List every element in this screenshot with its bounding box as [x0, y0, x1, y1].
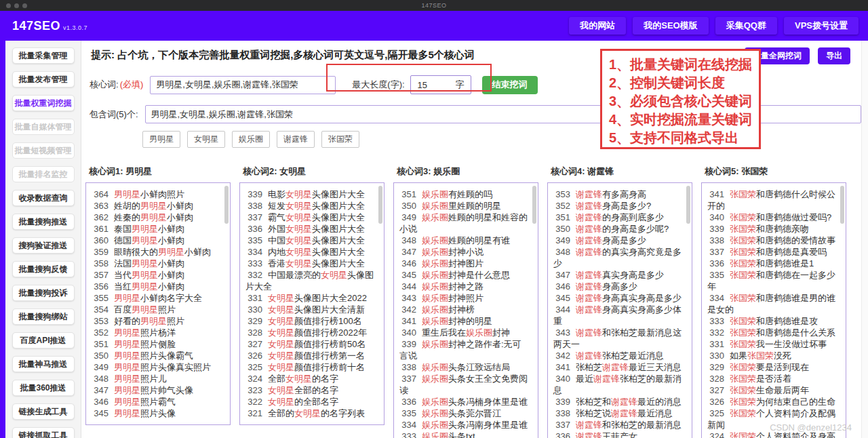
column-header-1: 核心词2: 女明星: [243, 165, 384, 178]
keyword-suffix: 头条冯楠身体里是谁: [448, 397, 528, 407]
list-scrollbar-thumb[interactable]: [378, 186, 382, 224]
list-scrollbar-thumb[interactable]: [686, 186, 690, 224]
list-scrollbar-thumb[interactable]: [840, 186, 844, 224]
keyword-row: 343娱乐圈封神照片: [399, 292, 530, 304]
sidebar-item-7[interactable]: 批量搜狗推送: [12, 214, 75, 230]
keyword-highlight: 男明星: [132, 304, 158, 315]
keyword-tag-3[interactable]: 谢霆锋: [277, 131, 315, 148]
keyword-suffix: 照片儿: [140, 374, 167, 384]
keyword-row: 341娱乐圈封神的明星: [399, 315, 530, 327]
column-header-2: 核心词3: 娱乐圈: [397, 165, 538, 178]
keyword-row: 333娱乐圈头条txt: [399, 431, 530, 438]
keyword-row: 327张国荣生命最后两年: [707, 384, 837, 396]
sidebar-item-16[interactable]: 链接抓取工具: [12, 427, 75, 438]
keyword-suffix: 封神照片: [448, 293, 484, 303]
keyword-suffix: 身高真实身高多少体重: [553, 304, 682, 326]
keyword-row: 340张国荣和唐鹤德做过爱吗?: [707, 212, 837, 223]
app-logo: 147SEO v1.3.0.7: [12, 19, 87, 33]
header-nav-item-3[interactable]: VPS拨号设置: [784, 17, 859, 35]
sidebar-item-0[interactable]: 批量采集管理: [12, 47, 75, 64]
keyword-highlight: 男明星: [114, 327, 140, 338]
keyword-highlight: 张国荣: [730, 258, 756, 268]
sidebar-item-2[interactable]: 批量权重词挖掘: [12, 95, 75, 111]
keyword-highlight: 娱乐圈: [422, 374, 448, 384]
keyword-highlight: 娱乐圈: [422, 339, 448, 349]
window-titlebar: 147SEO: [0, 0, 868, 11]
keyword-highlight: 男明星: [114, 374, 140, 384]
sidebar-item-11[interactable]: 批量搜狗绑站: [12, 308, 75, 325]
keyword-row: 322女明星的全部名字: [245, 396, 376, 407]
keyword-row: 333香港女明星头像图片大全: [245, 258, 376, 269]
keyword-row: 326张国荣为何结束自己的生命: [707, 396, 837, 407]
keyword-highlight: 男明星: [158, 247, 184, 257]
keyword-prefix: 全部的: [268, 408, 294, 418]
keyword-row: 335张国荣和唐鹤德在一起多少年: [707, 269, 837, 292]
keyword-suffix: 照片头像霸气: [140, 351, 193, 361]
sidebar-item-15[interactable]: 链接生成工具: [12, 403, 75, 420]
header-nav-item-2[interactable]: 采集QQ群: [715, 17, 777, 35]
column-list-4[interactable]: 341张国荣和唐鹤德什么时候公开的340张国荣和唐鹤德做过爱吗?339张国荣和唐…: [701, 182, 846, 438]
keyword-prefix: 张柏芝: [576, 362, 602, 372]
sidebar-item-9[interactable]: 批量搜狗反馈: [12, 261, 75, 277]
column-list-3[interactable]: 353谢霆锋有多高身高352谢霆锋身高是多少?351谢霆锋的身高到底多少350谢…: [547, 182, 692, 438]
column-list-0[interactable]: 364男明星小鲜肉照片363姓胡的男明星小鲜肉362姓秦的男明星小鲜肉361泰国…: [85, 182, 231, 425]
keyword-rank: 352: [92, 327, 108, 338]
sidebar-item-13[interactable]: 批量神马推送: [12, 356, 75, 372]
sidebar-item-6[interactable]: 收录数据查询: [12, 190, 75, 206]
maxlen-input[interactable]: [411, 80, 442, 90]
window-scrollbar[interactable]: [861, 41, 868, 438]
keyword-rank: 344: [399, 281, 416, 292]
sidebar-item-1[interactable]: 批量发布管理: [12, 71, 75, 87]
sidebar-item-8[interactable]: 搜狗验证推送: [12, 237, 75, 254]
watermark: CSDN @denzel1234: [770, 422, 852, 433]
keyword-suffix: 小鲜肉: [158, 224, 184, 234]
keyword-tag-0[interactable]: 男明星: [142, 131, 180, 148]
left-accent-strip: [0, 41, 5, 438]
keyword-suffix: 封神榜: [448, 304, 475, 315]
keyword-row: 335娱乐圈头条莞尔晋江: [399, 407, 530, 419]
keyword-highlight: 张国荣: [747, 351, 774, 361]
keyword-row: 353谢霆锋有多高身高: [553, 188, 684, 200]
keyword-rank: 347: [553, 269, 570, 281]
keyword-rank: 357: [92, 269, 108, 281]
stop-mining-button[interactable]: 结束挖词: [482, 76, 538, 94]
keyword-row: 351谢霆锋的身高到底多少: [553, 212, 684, 223]
keyword-row: 344娱乐圈封神之路: [399, 281, 530, 292]
keyword-suffix: 和唐鹤德谁是攻: [756, 316, 818, 326]
keyword-highlight: 谢霆锋: [576, 212, 602, 222]
keyword-suffix: 头条冯南身体里是谁: [448, 420, 528, 430]
column-list-2[interactable]: 351娱乐圈有姓顾的吗350娱乐圈里姓顾的明星349娱乐圈姓顾的明星和姓容的小说…: [393, 182, 538, 438]
sidebar-item-14[interactable]: 批量360推送: [12, 380, 75, 396]
keyword-suffix: 小鲜肉: [167, 201, 193, 211]
keyword-row: 360德国男明星小鲜肉: [92, 235, 222, 246]
keyword-prefix: 内地: [268, 247, 285, 257]
core-keyword-input[interactable]: [150, 76, 336, 94]
keyword-tag-4[interactable]: 张国荣: [321, 131, 359, 148]
keyword-rank: 322: [245, 396, 262, 407]
keyword-prefix: 眼睛很大的: [114, 247, 158, 257]
keyword-highlight: 女明星: [268, 385, 294, 395]
keyword-suffix: 和唐鹤德是真爱吗: [756, 247, 827, 257]
include-words-label: 包含词(5)个:: [90, 108, 138, 121]
keyword-tag-1[interactable]: 女明星: [187, 131, 225, 148]
list-scrollbar-thumb[interactable]: [224, 186, 229, 224]
header-nav-item-1[interactable]: 我的SEO模版: [633, 17, 708, 35]
keyword-highlight: 张国荣: [730, 431, 756, 438]
keyword-row: 334内地女明星头像图片大全: [245, 246, 376, 258]
sidebar-item-12[interactable]: 百度API推送: [12, 332, 75, 349]
maxlen-label: 最大长度(字):: [352, 79, 404, 91]
keyword-tag-2[interactable]: 娱乐圈: [232, 131, 270, 148]
sidebar-item-10[interactable]: 批量搜狗投诉: [12, 285, 75, 301]
keyword-highlight: 男明星: [114, 362, 140, 372]
annotation-line-2: 3、必须包含核心关键词: [609, 92, 759, 111]
column-list-1[interactable]: 339电影女明星头像图片大全338短发女明星头像图片大全337霸气女明星头像图片…: [239, 182, 384, 425]
export-button[interactable]: 导出: [818, 47, 850, 64]
keyword-row: 331女明星头像图片大全2022: [245, 292, 376, 304]
list-scrollbar-thumb[interactable]: [532, 186, 536, 224]
header-nav-item-0[interactable]: 我的网站: [569, 17, 626, 35]
keyword-row: 336谢霆锋王菲产女: [553, 431, 684, 438]
keyword-highlight: 张国荣: [730, 327, 756, 338]
keyword-highlight: 娱乐圈: [422, 293, 448, 303]
keyword-highlight: 女明星: [285, 235, 312, 245]
keyword-suffix: 和唐鹤德亲吻: [756, 224, 809, 234]
